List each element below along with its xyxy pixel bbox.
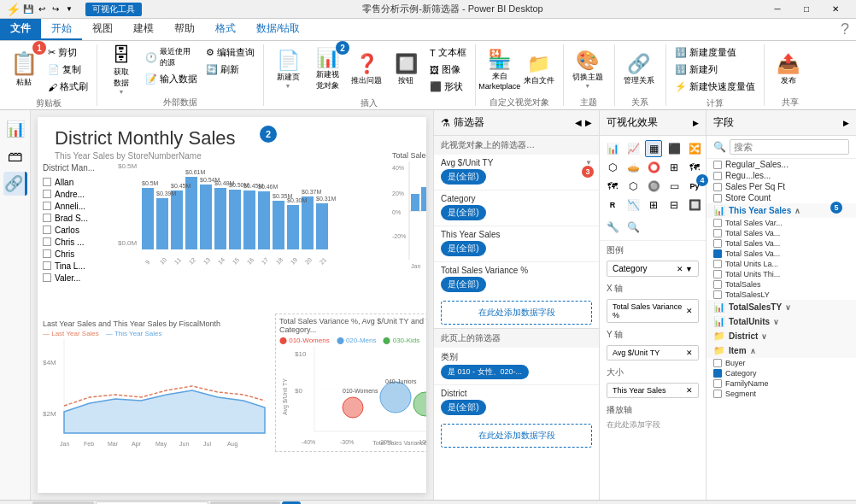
tab-view[interactable]: 视图 <box>82 19 123 40</box>
field-section-chevron-tys[interactable]: ∧ <box>794 207 800 215</box>
edit-queries-button[interactable]: ⚙编辑查询 <box>202 44 258 61</box>
field-family-name[interactable]: FamilyName <box>706 378 856 389</box>
filter-collapse-icon[interactable]: ▶ <box>585 118 592 127</box>
viz-ribbon-icon[interactable]: 🔀 <box>686 140 703 157</box>
field-sales-per-sqft[interactable]: Sales Per Sq Ft <box>706 181 856 192</box>
filter-district-chip[interactable]: 是(全部) <box>441 400 486 415</box>
tab-district-monthly-sales[interactable]: District Monthly Sales <box>96 501 208 505</box>
viz-bar2-icon[interactable]: ▦ <box>645 140 662 157</box>
field-section-this-year-sales[interactable]: 📊 This Year Sales ∧ 5 <box>706 203 856 218</box>
tab-data[interactable]: 数据/钻取 <box>246 19 310 40</box>
filter-expand-icon[interactable]: ◀ <box>575 118 582 127</box>
tab-model[interactable]: 建模 <box>123 19 164 40</box>
viz-matrix-icon[interactable]: ⊟ <box>665 196 683 214</box>
viz-y-x[interactable]: ✕ <box>686 349 693 357</box>
district-anneli[interactable]: Anneli... <box>43 200 95 212</box>
viz-slicer-icon[interactable]: 🔲 <box>686 196 703 214</box>
new-col-button[interactable]: 🔢新建列 <box>671 62 759 78</box>
shapes-button[interactable]: ⬛形状 <box>426 79 470 95</box>
copy-button[interactable]: 📄复制 <box>44 62 91 78</box>
field-section-chevron-item[interactable]: ∧ <box>750 347 756 355</box>
tab-overview[interactable]: Overview <box>32 501 94 505</box>
cut-button[interactable]: ✂剪切 <box>44 44 91 61</box>
from-file-button[interactable]: 📁 来自文件 <box>520 44 558 94</box>
marketplace-button[interactable]: 🏪 来自Marketplace <box>481 44 519 94</box>
maximize-button[interactable]: □ <box>793 2 820 17</box>
district-valery[interactable]: Valer... <box>43 272 95 284</box>
add-page-button[interactable]: + <box>282 501 301 505</box>
field-total-sales-var1[interactable]: Total Sales Var... <box>706 218 856 228</box>
field-totalsales[interactable]: TotalSales <box>706 279 856 290</box>
field-segment[interactable]: Segment <box>706 389 856 399</box>
textbox-button[interactable]: T文本框 <box>426 44 470 61</box>
filter-category-chip[interactable]: 是(全部) <box>441 205 486 220</box>
viz-bar-icon[interactable]: 📊 <box>604 140 621 157</box>
viz-y-dropdown[interactable]: Avg $/Unit TY ✕ <box>607 345 699 360</box>
viz-table-icon[interactable]: ⊞ <box>645 196 662 214</box>
viz-waterfall-icon[interactable]: ⬛ <box>665 140 683 157</box>
field-total-sales-var2[interactable]: Total Sales Va... <box>706 228 856 238</box>
sidebar-model-icon[interactable]: 🔗 <box>3 172 27 196</box>
viz-funnel-icon[interactable]: ⬡ <box>624 178 642 195</box>
viz-x-x[interactable]: ✕ <box>686 307 693 315</box>
close-button[interactable]: ✕ <box>822 2 849 17</box>
switch-theme-button[interactable]: 🎨 切换主题 ▼ <box>569 44 607 94</box>
tab-home[interactable]: 开始 <box>41 19 82 40</box>
push-out-button[interactable]: ❓ 推出问题 <box>348 44 385 94</box>
tab-new-stores[interactable]: New Stores <box>210 501 281 505</box>
field-total-units-thi[interactable]: Total Units Thi... <box>706 269 856 279</box>
viz-donut-icon[interactable]: ⭕ <box>645 159 662 176</box>
viz-shape-map-icon[interactable]: 🗺 <box>604 178 621 195</box>
viz-legend-dropdown[interactable]: Category ✕ ▼ <box>607 261 699 277</box>
manage-relations-button[interactable]: 🔗 管理关系 <box>620 44 658 94</box>
district-allan[interactable]: Allan <box>43 176 95 188</box>
filter-avg-chip[interactable]: 是(全部) <box>441 169 486 185</box>
new-page-button[interactable]: 📄 新建页 ▼ <box>269 44 307 94</box>
button-button[interactable]: 🔲 按钮 <box>387 44 425 94</box>
district-carlos[interactable]: Carlos <box>43 224 95 236</box>
filter-this-year-chip[interactable]: 是(全部) <box>441 241 486 256</box>
quick-measure-button[interactable]: ⚡新建快速度量值 <box>671 79 759 95</box>
viz-line-icon[interactable]: 📈 <box>624 140 642 157</box>
viz-format-icon[interactable]: 🔧 <box>604 219 621 236</box>
district-andre[interactable]: Andre... <box>43 188 95 200</box>
district-brad[interactable]: Brad S... <box>43 212 95 224</box>
sidebar-report-icon[interactable]: 📊 <box>3 117 27 141</box>
tab-file[interactable]: 文件 <box>0 19 41 40</box>
sidebar-data-icon[interactable]: 🗃 <box>3 144 27 168</box>
filter-add-visual[interactable]: 在此处添加数据字段 <box>441 301 592 325</box>
fields-expand-icon[interactable]: ▶ <box>843 119 849 127</box>
field-totalsalesly[interactable]: TotalSalesLY <box>706 290 856 300</box>
dropdown-icon[interactable]: ▼ <box>63 3 75 15</box>
recent-sources-button[interactable]: 🕐最近使用的源 <box>142 44 201 70</box>
search-input[interactable] <box>730 139 849 155</box>
viz-analytics-icon[interactable]: 🔍 <box>624 219 642 236</box>
refresh-button[interactable]: 🔄刷新 <box>202 62 258 78</box>
filter-variance-chip[interactable]: 是(全部) <box>441 277 486 292</box>
help-icon[interactable]: ? <box>841 21 849 38</box>
viz-x-dropdown[interactable]: Total Sales Variance % ✕ <box>607 299 699 323</box>
image-button[interactable]: 🖼图像 <box>426 62 470 78</box>
field-section-chevron-tsty[interactable]: ∨ <box>785 303 791 312</box>
district-chris2[interactable]: Chris <box>43 248 95 260</box>
publish-button[interactable]: 📤 发布 <box>770 44 807 94</box>
filter-add-page[interactable]: 在此处添加数据字段 <box>441 424 592 448</box>
viz-expand-icon[interactable]: ▶ <box>693 119 699 127</box>
viz-r-icon[interactable]: R <box>604 196 621 214</box>
field-section-district[interactable]: 📁 District ∨ <box>706 329 856 343</box>
field-regu-les[interactable]: Regu...les... <box>706 170 856 181</box>
viz-size-dropdown[interactable]: This Year Sales ✕ <box>607 383 699 398</box>
field-total-sales-var4[interactable]: Total Sales Va... <box>706 249 856 259</box>
enter-data-button[interactable]: 📝输入数据 <box>142 71 201 87</box>
field-section-totalsalesty[interactable]: 📊 TotalSalesTY ∨ <box>706 300 856 314</box>
viz-pie-icon[interactable]: 🥧 <box>624 159 642 176</box>
field-buyer[interactable]: Buyer <box>706 358 856 368</box>
field-section-totalunits[interactable]: 📊 TotalUnits ∨ <box>706 314 856 329</box>
viz-size-x[interactable]: ✕ <box>686 386 693 395</box>
viz-kpi-icon[interactable]: 📉 <box>624 196 642 214</box>
redo-icon[interactable]: ↪ <box>50 3 62 15</box>
field-category[interactable]: Category <box>706 368 856 378</box>
viz-treemap-icon[interactable]: ⊞ <box>665 159 683 176</box>
tab-help[interactable]: 帮助 <box>164 19 205 40</box>
district-chris1[interactable]: Chris ... <box>43 236 95 248</box>
